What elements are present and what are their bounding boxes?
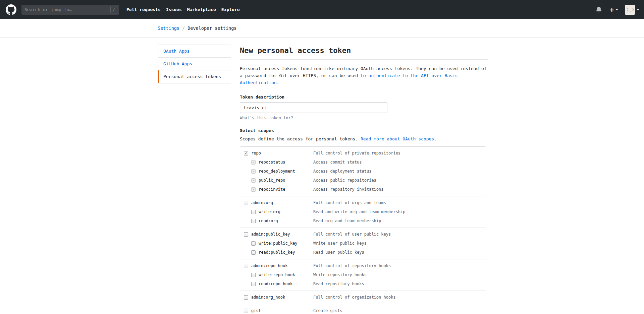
scope-row-repo-deployment: ✓repo_deploymentAccess deployment status	[240, 167, 486, 176]
scopes-list: ✓repoFull control of private repositorie…	[240, 146, 486, 314]
scope-checkbox-admin-public-key[interactable]	[244, 232, 248, 237]
scope-label-admin-org-hook[interactable]: admin:org_hook	[251, 293, 285, 302]
scope-label-admin-public-key[interactable]: admin:public_key	[251, 230, 290, 239]
main-panel: New personal access token Personal acces…	[240, 46, 488, 314]
scope-group-admin-repo-hook: admin:repo_hookFull control of repositor…	[240, 259, 486, 291]
scope-label-read-public-key[interactable]: read:public_key	[259, 248, 295, 257]
sidebar-item-personal-access-tokens[interactable]: Personal access tokens	[158, 70, 231, 83]
sidebar-item-oauth-apps[interactable]: OAuth Apps	[158, 45, 231, 58]
scope-description-repo: Full control of private repositories	[313, 149, 400, 158]
scope-checkbox-repo-deployment: ✓	[251, 169, 256, 174]
scope-checkbox-repo[interactable]: ✓	[244, 151, 248, 155]
breadcrumb-settings-link[interactable]: Settings	[158, 25, 179, 31]
scope-checkbox-read-repo-hook[interactable]	[251, 282, 256, 286]
header-right: +	[596, 5, 639, 15]
scope-row-admin-org: admin:orgFull control of orgs and teams	[240, 198, 486, 207]
scope-description-repo-deployment: Access deployment status	[313, 167, 371, 176]
scope-label-repo-invite[interactable]: repo:invite	[259, 185, 285, 194]
scope-checkbox-write-org[interactable]	[251, 210, 256, 214]
scope-row-read-repo-hook: read:repo_hookRead repository hooks	[240, 279, 486, 289]
search-shortcut-hint: /	[110, 6, 117, 13]
search-input[interactable]	[21, 7, 110, 12]
scope-row-public-repo: ✓public_repoAccess public repositories	[240, 176, 486, 185]
scope-row-read-public-key: read:public_keyRead user public keys	[240, 248, 486, 257]
scope-checkbox-write-repo-hook[interactable]	[251, 273, 256, 277]
scope-group-gist: gistCreate gists	[240, 304, 486, 314]
scope-row-repo: ✓repoFull control of private repositorie…	[240, 149, 486, 158]
scope-description-read-repo-hook: Read repository hooks	[313, 279, 364, 289]
scope-label-write-repo-hook[interactable]: write:repo_hook	[259, 270, 295, 279]
scope-checkbox-read-org[interactable]	[251, 219, 256, 223]
oauth-scopes-link[interactable]: Read more about OAuth scopes.	[361, 136, 437, 141]
scope-description-read-public-key: Read user public keys	[313, 248, 364, 257]
nav-item-marketplace[interactable]: Marketplace	[187, 7, 216, 12]
scope-description-read-org: Read org and team membership	[313, 216, 381, 226]
scope-row-admin-org-hook: admin:org_hookFull control of organizati…	[240, 293, 486, 302]
scope-description-repo-status: Access commit status	[313, 158, 362, 167]
token-description-help: What’s this token for?	[240, 115, 488, 121]
scope-label-repo-deployment[interactable]: repo_deployment	[259, 167, 295, 176]
nav-item-explore[interactable]: Explore	[221, 7, 240, 12]
user-menu[interactable]	[625, 5, 639, 15]
top-header: / Pull requestsIssuesMarketplaceExplore …	[0, 0, 644, 19]
nav-item-pull-requests[interactable]: Pull requests	[126, 7, 161, 12]
settings-sidebar: OAuth AppsGitHub AppsPersonal access tok…	[158, 45, 231, 83]
avatar	[625, 5, 635, 15]
scope-label-repo-status[interactable]: repo:status	[259, 158, 285, 167]
select-scopes-label: Select scopes	[240, 128, 488, 133]
scope-description-admin-repo-hook: Full control of repository hooks	[313, 261, 391, 270]
scope-checkbox-read-public-key[interactable]	[251, 250, 256, 255]
scope-label-gist[interactable]: gist	[251, 306, 261, 314]
scope-row-read-org: read:orgRead org and team membership	[240, 216, 486, 226]
scope-row-write-repo-hook: write:repo_hookWrite repository hooks	[240, 270, 486, 279]
page-title: New personal access token	[240, 46, 488, 60]
caret-down-icon	[637, 9, 639, 10]
scope-row-admin-public-key: admin:public_keyFull control of user pub…	[240, 230, 486, 239]
scope-group-admin-public-key: admin:public_keyFull control of user pub…	[240, 228, 486, 259]
scope-checkbox-admin-repo-hook[interactable]	[244, 264, 248, 268]
scope-label-read-repo-hook[interactable]: read:repo_hook	[259, 279, 292, 289]
scope-description-write-public-key: Write user public keys	[313, 239, 367, 248]
scope-description-public-repo: Access public repositories	[313, 176, 376, 185]
scope-label-write-public-key[interactable]: write:public_key	[259, 239, 298, 248]
scope-row-repo-status: ✓repo:statusAccess commit status	[240, 158, 486, 167]
intro-paragraph: Personal access tokens function like ord…	[240, 65, 488, 86]
scope-label-read-org[interactable]: read:org	[259, 216, 278, 226]
scope-checkbox-repo-invite: ✓	[251, 187, 256, 192]
scope-checkbox-repo-status: ✓	[251, 160, 256, 165]
scope-group-admin-org-hook: admin:org_hookFull control of organizati…	[240, 291, 486, 304]
scope-row-gist: gistCreate gists	[240, 306, 486, 314]
scopes-description: Scopes define the access for personal to…	[240, 136, 488, 142]
scope-label-repo[interactable]: repo	[251, 149, 261, 158]
scope-checkbox-gist[interactable]	[244, 309, 248, 313]
scope-row-write-org: write:orgRead and write org and team mem…	[240, 207, 486, 216]
scope-label-admin-org[interactable]: admin:org	[251, 198, 273, 207]
scope-checkbox-public-repo: ✓	[251, 178, 256, 183]
scope-label-public-repo[interactable]: public_repo	[259, 176, 285, 185]
search-box: /	[21, 5, 119, 15]
notifications-bell-icon[interactable]	[596, 7, 602, 12]
scope-label-admin-repo-hook[interactable]: admin:repo_hook	[251, 261, 287, 270]
scope-description-admin-org: Full control of orgs and teams	[313, 198, 386, 207]
github-logo-icon[interactable]	[6, 4, 16, 15]
scopes-description-text: Scopes define the access for personal to…	[240, 136, 361, 141]
create-new-dropdown[interactable]: +	[610, 6, 618, 13]
scope-description-admin-org-hook: Full control of organization hooks	[313, 293, 396, 302]
breadcrumb: Settings / Developer settings	[0, 19, 644, 38]
scope-checkbox-admin-org-hook[interactable]	[244, 295, 248, 300]
scope-description-write-org: Read and write org and team membership	[313, 207, 406, 216]
sidebar-item-github-apps[interactable]: GitHub Apps	[158, 58, 231, 70]
token-description-label: Token description	[240, 94, 488, 100]
scope-group-admin-org: admin:orgFull control of orgs and teamsw…	[240, 196, 486, 228]
scope-row-repo-invite: ✓repo:inviteAccess repository invitation…	[240, 185, 486, 194]
scope-checkbox-write-public-key[interactable]	[251, 241, 256, 246]
scope-description-write-repo-hook: Write repository hooks	[313, 270, 367, 279]
scope-checkbox-admin-org[interactable]	[244, 201, 248, 205]
scope-description-admin-public-key: Full control of user public keys	[313, 230, 391, 239]
nav-item-issues[interactable]: Issues	[166, 7, 182, 12]
plus-icon: +	[610, 6, 614, 13]
scope-description-repo-invite: Access repository invitations	[313, 185, 384, 194]
scope-row-admin-repo-hook: admin:repo_hookFull control of repositor…	[240, 261, 486, 270]
scope-label-write-org[interactable]: write:org	[259, 207, 280, 216]
token-description-input[interactable]	[240, 102, 387, 113]
